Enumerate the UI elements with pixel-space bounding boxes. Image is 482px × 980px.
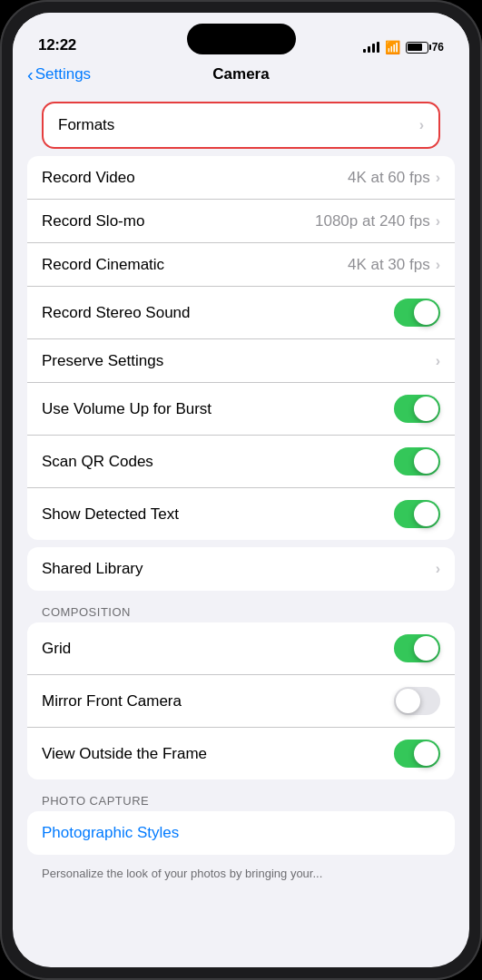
chevron-left-icon: ‹ [27,65,34,83]
battery-icon: 76 [406,41,444,54]
status-icons: 📶 76 [363,40,444,54]
preserve-settings-row[interactable]: Preserve Settings › [27,339,455,383]
shared-library-label: Shared Library [42,560,143,578]
record-cinematic-row[interactable]: Record Cinematic 4K at 30 fps › [27,243,455,287]
show-detected-row: Show Detected Text [27,488,455,540]
nav-bar: ‹ Settings Camera [13,62,469,94]
back-button[interactable]: ‹ Settings [27,65,91,83]
formats-group: Formats › [42,102,440,149]
formats-row[interactable]: Formats › [44,103,438,147]
photo-capture-group: Photographic Styles [27,811,455,855]
show-detected-toggle[interactable] [394,500,440,528]
signal-icon [363,42,379,53]
scan-qr-row: Scan QR Codes [27,436,455,488]
wifi-icon: 📶 [385,40,400,54]
dynamic-island [187,24,296,54]
view-outside-toggle[interactable] [394,740,440,768]
record-slomo-label: Record Slo-mo [42,212,144,230]
content: Formats › Record Video 4K at 60 fps [13,94,469,904]
preserve-settings-label: Preserve Settings [42,352,163,370]
record-stereo-toggle[interactable] [394,299,440,327]
scroll-area: Formats › Record Video 4K at 60 fps [13,94,469,904]
video-group: Record Video 4K at 60 fps › Record Slo-m… [27,156,455,540]
screen: 12:22 📶 76 [13,13,469,967]
use-volume-label: Use Volume Up for Burst [42,400,211,418]
mirror-front-row: Mirror Front Camera [27,675,455,728]
record-slomo-value: 1080p at 240 fps [315,212,430,230]
photo-capture-section: PHOTO CAPTURE Photographic Styles Person… [13,787,469,889]
photo-capture-header: PHOTO CAPTURE [13,787,469,811]
shared-library-chevron-icon: › [436,561,440,577]
formats-label: Formats [58,116,114,134]
record-cinematic-value: 4K at 30 fps [348,256,430,274]
page-title: Camera [212,65,269,83]
status-bar: 12:22 📶 76 [13,13,469,62]
use-volume-row: Use Volume Up for Burst [27,383,455,436]
record-cinematic-label: Record Cinematic [42,256,164,274]
record-video-row[interactable]: Record Video 4K at 60 fps › [27,156,455,200]
show-detected-label: Show Detected Text [42,505,179,524]
record-video-value: 4K at 60 fps [348,169,430,187]
grid-row: Grid [27,622,455,675]
grid-toggle[interactable] [394,634,440,662]
scan-qr-toggle[interactable] [394,447,440,475]
photographic-styles-row[interactable]: Photographic Styles [27,811,455,855]
record-slomo-chevron-icon: › [436,213,440,230]
record-video-chevron-icon: › [436,170,440,186]
mirror-front-toggle[interactable] [394,687,440,715]
battery-level: 76 [432,41,444,54]
view-outside-row: View Outside the Frame [27,728,455,779]
back-label: Settings [35,65,91,83]
record-cinematic-chevron-icon: › [436,257,440,273]
composition-group: Grid Mirror Front Camera [27,622,455,779]
grid-label: Grid [42,640,71,658]
shared-library-row[interactable]: Shared Library › [27,547,455,591]
record-video-label: Record Video [42,169,135,187]
mirror-front-label: Mirror Front Camera [42,692,182,710]
shared-library-group: Shared Library › [27,547,455,591]
composition-section: COMPOSITION Grid M [13,598,469,779]
formats-section: Formats › [27,102,455,149]
status-time: 12:22 [38,36,76,54]
record-stereo-label: Record Stereo Sound [42,304,191,322]
record-stereo-row: Record Stereo Sound [27,287,455,339]
phone-frame: 12:22 📶 76 [0,0,482,980]
photo-capture-footer: Personalize the look of your photos by b… [13,862,469,889]
view-outside-label: View Outside the Frame [42,745,207,763]
formats-chevron-icon: › [419,117,424,133]
photographic-styles-label: Photographic Styles [42,824,179,842]
record-slomo-row[interactable]: Record Slo-mo 1080p at 240 fps › [27,200,455,243]
scan-qr-label: Scan QR Codes [42,453,153,471]
use-volume-toggle[interactable] [394,395,440,423]
preserve-settings-chevron-icon: › [436,353,440,369]
composition-header: COMPOSITION [13,598,469,622]
